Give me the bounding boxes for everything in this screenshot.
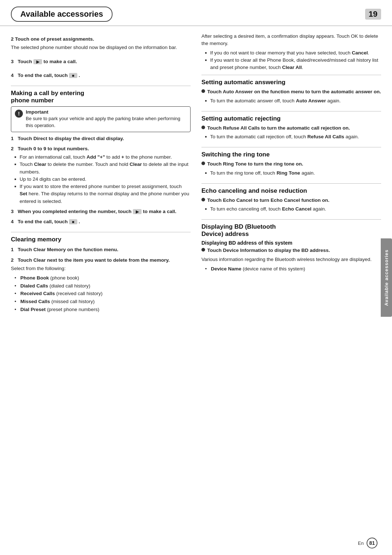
step2-preset-body: The selected phone number should now be … [11,44,191,51]
clearing-item-dialed: Dialed Calls (dialed call history) [15,282,191,290]
ring-tone-circle-bullet: Touch Ring Tone to turn the ring tone on… [201,160,381,168]
section-auto-rejecting: Setting automatic rejecting Touch Refuse… [201,115,381,141]
section-step3: 3 Touch ▶ to make a call. [11,58,191,65]
header-page-num: 19 [365,9,381,20]
divider-7 [201,219,381,220]
clearing-item-received: Received Calls (received call history) [15,290,191,298]
auto-rejecting-bullets: To turn the automatic call rejection off… [205,133,381,140]
echo-cancel-circle-text: Touch Echo Cancel to turn Echo Cancel fu… [207,197,330,204]
displaying-bd-item-name: Device Name (device name of this system) [205,265,381,273]
divider-3 [201,75,381,75]
divider-6 [201,183,381,184]
page-title: Available accessories [20,9,103,19]
right-bullet-2: If you want to clear all the Phone Book,… [205,57,381,72]
clearing-item-missed: Missed Calls (missed call history) [15,298,191,306]
page-header: Available accessories 19 [0,0,392,26]
displaying-bd-body: Various information regarding the Blueto… [201,256,381,263]
auto-rejecting-bullet: To turn the automatic call rejection off… [205,133,381,140]
important-box: ! Important Be sure to park your vehicle… [11,106,191,132]
displaying-bd-title: Displaying BD (BluetoothDevice) address [201,223,381,238]
clearing-item-preset: Dial Preset (preset phone numbers) [15,306,191,314]
echo-cancel-bullets: To turn echo canceling off, touch Echo C… [205,205,381,213]
section-making-call: Making a call by enteringphone number ! … [11,90,191,225]
making-call-step4: 4 To end the call, touch ■ . [11,218,191,225]
auto-answering-title: Setting automatic answering [201,79,381,86]
clearing-step2-heading: 2 Touch Clear next to the item you want … [11,257,191,264]
section-clearing-memory: Clearing memory 1 Touch Clear Memory on … [11,236,191,313]
making-call-step1: 1 Touch Direct to display the direct dia… [11,135,191,142]
displaying-bd-items: Device Name (device name of this system) [205,265,381,273]
important-content: Important Be sure to park your vehicle a… [26,109,187,129]
section-echo-cancel: Echo canceling and noise reduction Touch… [201,187,381,213]
making-call-step3: 3 When you completed entering the number… [11,208,191,215]
making-call-bullet-2: Touch Clear to delete the number. Touch … [15,161,191,176]
making-call-step2: 2 Touch 0 to 9 to input numbers. [11,145,191,152]
step2-preset-heading: 2 Touch one of preset assignments. [11,36,191,43]
auto-answering-bullet: To turn the automatic answer off, touch … [205,97,381,105]
auto-answering-circle-bullet: Touch Auto Answer on the function menu t… [201,88,381,95]
footer-en-label: En [358,540,364,546]
important-label: Important [26,109,187,115]
echo-cancel-title: Echo canceling and noise reduction [201,187,381,195]
right-intro-text: After selecting a desired item, a confir… [201,33,381,48]
ring-tone-title: Switching the ring tone [201,151,381,158]
auto-answering-bullets: To turn the automatic answer off, touch … [205,97,381,105]
clearing-item-phonebook: Phone Book (phone book) [15,274,191,282]
section-step4: 4 To end the call, touch ■ . [11,72,191,79]
important-icon: ! [15,110,23,118]
section-ring-tone: Switching the ring tone Touch Ring Tone … [201,151,381,177]
circle-dot-5 [201,248,205,252]
making-call-bullet-4: If you want to store the entered phone n… [15,183,191,205]
divider-4 [201,111,381,111]
right-bullet-1: If you do not want to clear memory that … [205,49,381,57]
divider-2 [11,232,191,232]
making-call-title: Making a call by enteringphone number [11,90,191,104]
section-displaying-bd: Displaying BD (BluetoothDevice) address … [201,223,381,273]
step4-heading: 4 To end the call, touch ■ . [11,72,191,79]
clearing-memory-title: Clearing memory [11,236,191,243]
auto-rejecting-circle-bullet: Touch Refuse All Calls to turn the autom… [201,125,381,132]
displaying-bd-circle-bullet: Touch Device Information to display the … [201,247,381,254]
page-footer: En 81 [0,538,392,548]
making-call-bullet-3: Up to 24 digits can be entered. [15,176,191,183]
circle-dot-2 [201,126,205,129]
making-call-bullet-1: For an international call, touch Add "+"… [15,154,191,161]
making-call-bullets: For an international call, touch Add "+"… [15,154,191,205]
clearing-step1: 1 Touch Clear Memory on the function men… [11,246,191,253]
clearing-step2-body: Select from the following: [11,265,191,272]
echo-cancel-circle-bullet: Touch Echo Cancel to turn Echo Cancel fu… [201,197,381,204]
displaying-bd-subtitle: Displaying BD address of this system [201,240,381,246]
important-text: Be sure to park your vehicle and apply t… [26,115,187,129]
ring-tone-bullet: To turn the ring tone off, touch Ring To… [205,170,381,177]
right-column: After selecting a desired item, a confir… [201,33,381,320]
circle-dot-4 [201,198,205,201]
auto-answering-circle-text: Touch Auto Answer on the function menu t… [207,88,381,95]
section-step2-preset: 2 Touch one of preset assignments. The s… [11,36,191,52]
divider-1 [11,86,191,86]
left-column: 2 Touch one of preset assignments. The s… [11,33,191,320]
footer-page-num: 81 [367,538,377,548]
echo-cancel-bullet: To turn echo canceling off, touch Echo C… [205,205,381,213]
divider-5 [201,147,381,147]
clearing-items-list: Phone Book (phone book) Dialed Calls (di… [15,274,191,313]
section-auto-answering: Setting automatic answering Touch Auto A… [201,79,381,105]
auto-rejecting-title: Setting automatic rejecting [201,115,381,122]
circle-dot [201,89,205,93]
side-tab: Available accessories [381,238,392,317]
auto-rejecting-circle-text: Touch Refuse All Calls to turn the autom… [207,125,350,132]
circle-dot-3 [201,162,205,165]
main-content: 2 Touch one of preset assignments. The s… [0,26,392,326]
right-bullets: If you do not want to clear memory that … [205,49,381,72]
displaying-bd-circle-text: Touch Device Information to display the … [207,247,330,254]
step3-heading: 3 Touch ▶ to make a call. [11,58,191,65]
ring-tone-circle-text: Touch Ring Tone to turn the ring tone on… [207,160,303,168]
page-container: Available accessories 19 Available acces… [0,0,392,555]
header-title-box: Available accessories [11,7,113,22]
ring-tone-bullets: To turn the ring tone off, touch Ring To… [205,170,381,177]
